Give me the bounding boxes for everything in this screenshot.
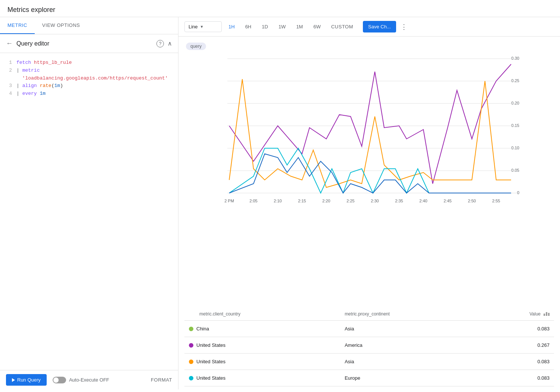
legend-row-us-europe: United States Europe 0.083 [184, 370, 554, 386]
legend-col1-header: metric.client_country [184, 308, 340, 321]
svg-text:0.25: 0.25 [511, 78, 519, 83]
code-editor[interactable]: 1 fetch https_lb_rule 2 | metric 'loadba… [0, 53, 178, 370]
legend-col2-header: metric.proxy_continent [340, 308, 479, 321]
chart-area: query 0.30 0.25 0.20 0.15 0.10 0.05 0 [178, 37, 560, 305]
run-query-label: Run Query [17, 377, 41, 383]
bar-chart-icon[interactable] [544, 312, 550, 316]
line-chart-svg: 0.30 0.25 0.20 0.15 0.10 0.05 0 [178, 53, 560, 210]
time-btn-6w[interactable]: 6W [309, 22, 324, 32]
query-badge: query [186, 43, 206, 50]
country-us-america: United States [196, 342, 225, 348]
legend-row-china-asia: China Asia 0.083 [184, 321, 554, 337]
time-btn-1w[interactable]: 1W [275, 22, 290, 32]
color-dot-us-europe [189, 376, 193, 380]
chart-type-select[interactable]: Line ▼ [184, 21, 222, 32]
svg-text:2:55: 2:55 [492, 199, 500, 203]
right-panel: Line ▼ 1H 6H 1D 1W 1M 6W CUSTOM Save Ch.… [178, 17, 560, 389]
value-us-america: 0.267 [479, 337, 554, 354]
left-panel: METRIC VIEW OPTIONS ← Query editor ? ∧ 1… [0, 17, 178, 389]
help-icon[interactable]: ? [156, 40, 164, 47]
svg-text:2:45: 2:45 [444, 199, 451, 203]
format-button[interactable]: FORMAT [151, 377, 172, 383]
continent-us-asia: Asia [340, 354, 479, 370]
page-title: Metrics explorer [0, 0, 560, 17]
svg-text:0.15: 0.15 [511, 123, 519, 128]
legend-table: metric.client_country metric.proxy_conti… [184, 308, 554, 386]
line-us-asia [229, 79, 511, 187]
run-query-button[interactable]: Run Query [6, 374, 47, 386]
code-line-2: 2 | metric [6, 67, 172, 75]
country-us-asia: United States [196, 359, 225, 364]
save-chart-button[interactable]: Save Ch... [363, 21, 396, 32]
time-btn-1h[interactable]: 1H [225, 22, 239, 32]
svg-text:2:50: 2:50 [468, 199, 476, 203]
play-icon [12, 378, 15, 382]
time-btn-6h[interactable]: 6H [242, 22, 255, 32]
bottom-bar: Run Query Auto-Execute OFF FORMAT [0, 370, 178, 389]
svg-text:2:35: 2:35 [395, 199, 403, 203]
legend-col3-header: Value [479, 308, 554, 321]
tab-metric[interactable]: METRIC [0, 17, 35, 34]
svg-text:2:20: 2:20 [322, 199, 330, 203]
svg-text:2:40: 2:40 [419, 199, 427, 203]
back-arrow-icon[interactable]: ← [6, 40, 13, 47]
value-us-europe: 0.083 [479, 370, 554, 386]
country-china-asia: China [196, 326, 209, 332]
continent-us-america: America [340, 337, 479, 354]
svg-text:2:25: 2:25 [346, 199, 354, 203]
query-editor-header: ← Query editor ? ∧ [0, 34, 178, 53]
tab-view-options[interactable]: VIEW OPTIONS [35, 17, 87, 34]
color-dot-china-asia [189, 327, 193, 331]
code-line-1: 1 fetch https_lb_rule [6, 59, 172, 67]
color-dot-us-asia [189, 360, 193, 364]
auto-execute-label: Auto-Execute OFF [69, 377, 109, 383]
continent-us-europe: Europe [340, 370, 479, 386]
continent-china-asia: Asia [340, 321, 479, 337]
svg-text:2:30: 2:30 [371, 199, 379, 203]
legend-row-us-america: United States America 0.267 [184, 337, 554, 354]
query-editor-title: Query editor [16, 40, 156, 47]
time-btn-1m[interactable]: 1M [292, 22, 307, 32]
legend-table-container: metric.client_country metric.proxy_conti… [178, 305, 560, 389]
dropdown-arrow-icon: ▼ [200, 25, 204, 29]
chart-type-label: Line [189, 24, 198, 29]
chart-toolbar: Line ▼ 1H 6H 1D 1W 1M 6W CUSTOM Save Ch.… [178, 17, 560, 37]
svg-text:0: 0 [517, 190, 519, 195]
svg-text:2 PM: 2 PM [224, 199, 234, 203]
more-options-icon[interactable]: ⋮ [401, 23, 407, 31]
custom-time-button[interactable]: CUSTOM [327, 22, 357, 32]
auto-execute-toggle[interactable] [53, 377, 66, 383]
color-dot-us-america [189, 343, 193, 348]
code-line-2b: 'loadbalancing.googleapis.com/https/requ… [6, 75, 172, 83]
tabs-bar: METRIC VIEW OPTIONS [0, 17, 178, 34]
legend-row-us-asia: United States Asia 0.083 [184, 354, 554, 370]
chart-container: 0.30 0.25 0.20 0.15 0.10 0.05 0 [178, 53, 560, 210]
svg-text:0.10: 0.10 [511, 146, 519, 150]
code-line-4: 4 | every 1m [6, 90, 172, 98]
svg-text:0.05: 0.05 [511, 168, 519, 172]
code-line-3: 3 | align rate(1m) [6, 82, 172, 90]
svg-text:2:15: 2:15 [298, 199, 306, 203]
svg-text:2:05: 2:05 [249, 199, 257, 203]
collapse-icon[interactable]: ∧ [168, 40, 172, 47]
time-btn-1d[interactable]: 1D [258, 22, 272, 32]
auto-execute-toggle-container: Auto-Execute OFF [53, 377, 109, 383]
country-us-europe: United States [196, 375, 225, 381]
svg-text:0.30: 0.30 [511, 56, 519, 60]
value-us-asia: 0.083 [479, 354, 554, 370]
line-us-america [229, 64, 511, 184]
value-china-asia: 0.083 [479, 321, 554, 337]
svg-text:0.20: 0.20 [511, 101, 519, 105]
svg-text:2:10: 2:10 [274, 199, 281, 203]
